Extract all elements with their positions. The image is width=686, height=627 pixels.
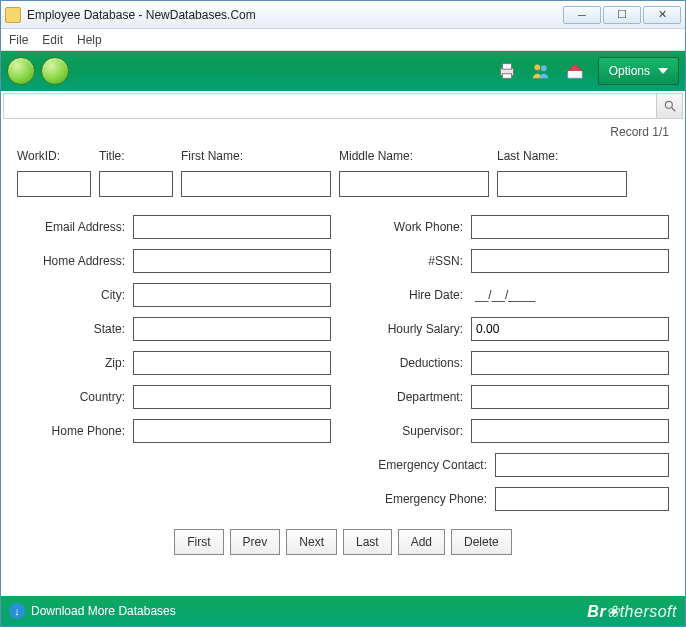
form-content: Record 1/1 WorkID: Title: First Name: Mi… [9,119,677,592]
last-button[interactable]: Last [343,529,392,555]
supervisor-label: Supervisor: [355,424,471,438]
users-icon[interactable] [528,58,554,84]
menu-edit[interactable]: Edit [42,33,63,47]
email-input[interactable] [133,215,331,239]
options-label: Options [609,64,650,78]
homeaddr-input[interactable] [133,249,331,273]
footer: ↓ Download More Databases Br❀thersoft [1,596,685,626]
right-column: Work Phone: #SSN: Hire Date:__/__/____ H… [355,215,669,521]
supervisor-input[interactable] [471,419,669,443]
searchbar [3,93,683,119]
home-icon[interactable] [562,58,588,84]
city-input[interactable] [133,283,331,307]
title-input[interactable] [99,171,173,197]
firstname-label: First Name: [181,149,331,163]
svg-point-3 [534,64,540,70]
ssn-label: #SSN: [355,254,471,268]
minimize-button[interactable]: ─ [563,6,601,24]
middlename-input[interactable] [339,171,489,197]
search-icon [663,99,677,113]
record-nav: First Prev Next Last Add Delete [9,529,677,555]
homeaddr-label: Home Address: [17,254,133,268]
svg-point-4 [540,65,546,71]
options-button[interactable]: Options [598,57,679,85]
homephone-label: Home Phone: [17,424,133,438]
middlename-label: Middle Name: [339,149,489,163]
emergcontact-input[interactable] [495,453,669,477]
hiredate-value[interactable]: __/__/____ [471,283,669,307]
svg-line-6 [671,108,675,112]
menu-file[interactable]: File [9,33,28,47]
add-button[interactable]: Add [398,529,445,555]
menubar: File Edit Help [1,29,685,51]
state-label: State: [17,322,133,336]
download-link[interactable]: Download More Databases [31,604,176,618]
hiredate-label: Hire Date: [355,288,471,302]
lastname-label: Last Name: [497,149,627,163]
department-label: Department: [355,390,471,404]
chevron-down-icon [658,68,668,74]
nav-back-button[interactable] [7,57,35,85]
deductions-input[interactable] [471,351,669,375]
homephone-input[interactable] [133,419,331,443]
search-button[interactable] [656,94,682,118]
svg-rect-1 [502,64,511,69]
maximize-button[interactable]: ☐ [603,6,641,24]
state-input[interactable] [133,317,331,341]
form-columns: Email Address: Home Address: City: State… [9,209,677,521]
app-icon [5,7,21,23]
emergphone-label: Emergency Phone: [355,492,495,506]
workphone-input[interactable] [471,215,669,239]
window-controls: ─ ☐ ✕ [561,6,681,24]
zip-input[interactable] [133,351,331,375]
workphone-label: Work Phone: [355,220,471,234]
top-field-row: WorkID: Title: First Name: Middle Name: … [9,149,677,209]
next-button[interactable]: Next [286,529,337,555]
titlebar: Employee Database - NewDatabases.Com ─ ☐… [1,1,685,29]
zip-label: Zip: [17,356,133,370]
deductions-label: Deductions: [355,356,471,370]
title-label: Title: [99,149,173,163]
window-title: Employee Database - NewDatabases.Com [27,8,561,22]
svg-rect-2 [502,74,511,79]
city-label: City: [17,288,133,302]
search-input[interactable] [4,95,656,117]
left-column: Email Address: Home Address: City: State… [17,215,331,521]
menu-help[interactable]: Help [77,33,102,47]
record-indicator: Record 1/1 [9,119,677,149]
nav-forward-button[interactable] [41,57,69,85]
brand-label: Br❀thersoft [176,602,677,621]
firstname-input[interactable] [181,171,331,197]
country-input[interactable] [133,385,331,409]
print-icon[interactable] [494,58,520,84]
workid-label: WorkID: [17,149,91,163]
app-window: Employee Database - NewDatabases.Com ─ ☐… [0,0,686,627]
emergphone-input[interactable] [495,487,669,511]
country-label: Country: [17,390,133,404]
hourly-input[interactable] [471,317,669,341]
workid-input[interactable] [17,171,91,197]
hourly-label: Hourly Salary: [355,322,471,336]
close-button[interactable]: ✕ [643,6,681,24]
download-icon: ↓ [9,603,25,619]
prev-button[interactable]: Prev [230,529,281,555]
delete-button[interactable]: Delete [451,529,512,555]
emergcontact-label: Emergency Contact: [355,458,495,472]
department-input[interactable] [471,385,669,409]
email-label: Email Address: [17,220,133,234]
ssn-input[interactable] [471,249,669,273]
svg-point-5 [665,101,672,108]
toolbar: Options [1,51,685,91]
lastname-input[interactable] [497,171,627,197]
first-button[interactable]: First [174,529,223,555]
